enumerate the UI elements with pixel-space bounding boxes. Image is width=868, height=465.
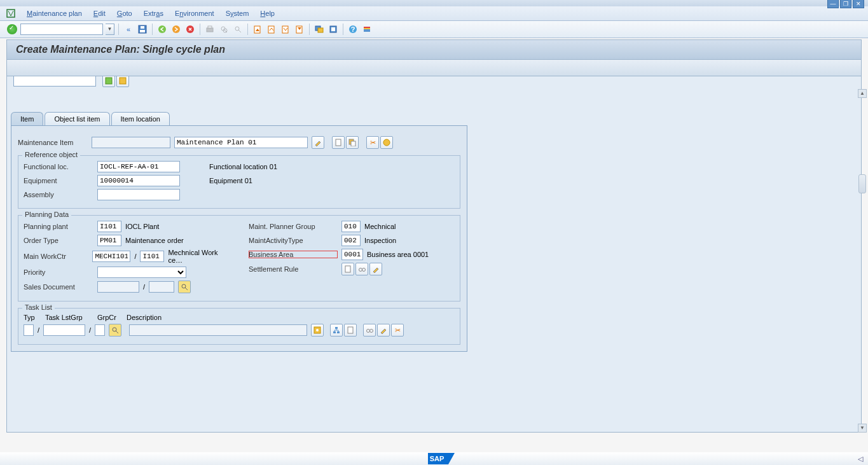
prev-page-icon[interactable] (266, 24, 277, 35)
func-loc-input[interactable] (97, 161, 180, 172)
exit-icon[interactable] (170, 24, 182, 35)
task-create-icon[interactable] (344, 324, 357, 337)
settlement-create-icon[interactable] (341, 263, 354, 275)
tab-item-location[interactable]: Item location (111, 112, 170, 125)
restore-button[interactable]: ❐ (840, 0, 851, 8)
minimize-button[interactable]: — (827, 0, 839, 8)
close-button[interactable]: ✕ (853, 0, 864, 8)
counter-input[interactable] (13, 76, 96, 87)
cancel-icon[interactable] (184, 24, 196, 35)
find-next-icon[interactable] (232, 24, 244, 35)
business-area-input[interactable] (341, 249, 363, 260)
last-page-icon[interactable] (294, 24, 305, 35)
settlement-glasses-icon[interactable] (355, 263, 368, 275)
task-desc-input[interactable] (129, 324, 307, 336)
svg-rect-42 (335, 327, 338, 329)
svg-rect-2 (140, 30, 145, 32)
tab-object-list-item[interactable]: Object list item (45, 112, 109, 125)
svg-point-50 (367, 330, 370, 333)
main-workctr-input[interactable] (92, 251, 130, 262)
task-btn1[interactable] (311, 324, 324, 337)
vertical-scrollbar[interactable]: ▲ ▼ (858, 89, 867, 445)
task-desc-label: Description (127, 314, 162, 321)
maintenance-item-input[interactable] (92, 137, 170, 148)
maint-item-create-icon[interactable] (332, 136, 345, 149)
task-grpcr-input[interactable] (95, 324, 105, 336)
menu-help[interactable]: Help (260, 10, 275, 17)
planner-group-desc: Mechnical (364, 223, 396, 230)
counter-btn1[interactable] (102, 76, 115, 87)
status-expand-icon[interactable]: ◁ (858, 455, 863, 463)
menu-maintenance-plan[interactable]: Maintenance plan (27, 10, 82, 17)
svg-point-37 (362, 268, 366, 272)
maint-item-other-icon[interactable] (380, 136, 393, 149)
task-grpcr-label: GrpCr (97, 314, 119, 321)
scroll-down-arrow[interactable]: ▼ (858, 424, 867, 433)
task-search-icon[interactable] (109, 324, 121, 337)
menu-environment[interactable]: Environment (175, 10, 214, 17)
main-workctr-label: Main WorkCtr (24, 253, 88, 260)
back-button[interactable]: « (123, 24, 134, 35)
main-workctr-plant-input[interactable] (140, 251, 164, 262)
print-icon[interactable] (204, 24, 216, 35)
scroll-thumb[interactable] (858, 174, 866, 193)
svg-rect-31 (351, 141, 355, 146)
priority-select[interactable] (97, 267, 186, 278)
planning-plant-label: Planning plant (24, 223, 93, 230)
sales-doc-input1[interactable] (97, 281, 139, 293)
maintenance-item-label: Maintenance Item (18, 139, 88, 146)
activity-type-desc: Inspection (364, 237, 396, 244)
save-button[interactable] (137, 24, 148, 35)
assembly-input[interactable] (97, 189, 180, 200)
task-lstgrp-input[interactable] (43, 324, 85, 336)
activity-type-input[interactable] (341, 235, 361, 246)
main-content: Item Object list item Item location Main… (6, 76, 862, 433)
task-hierarchy-icon[interactable] (330, 324, 343, 337)
maint-item-copy-icon[interactable] (346, 136, 359, 149)
sales-doc-search-icon[interactable] (178, 281, 191, 293)
svg-rect-17 (296, 26, 302, 33)
app-logo-icon (6, 9, 15, 18)
tab-item[interactable]: Item (11, 112, 43, 125)
find-icon[interactable] (218, 24, 230, 35)
generate-shortcut-icon[interactable] (327, 24, 339, 35)
planning-plant-input[interactable] (97, 221, 121, 232)
task-glasses-icon[interactable] (363, 324, 376, 337)
order-type-desc: Maintenance order (125, 237, 184, 244)
svg-text:SAP: SAP (429, 455, 444, 462)
task-cut-icon[interactable]: ✂ (391, 324, 404, 337)
menu-extras[interactable]: Extras (144, 10, 163, 17)
command-field[interactable] (20, 24, 103, 35)
order-type-input[interactable] (97, 235, 121, 246)
svg-rect-15 (268, 26, 274, 33)
counter-row (13, 76, 129, 87)
scroll-up-arrow[interactable]: ▲ (858, 89, 867, 98)
svg-rect-7 (207, 28, 213, 32)
maintenance-item-desc[interactable] (174, 137, 308, 148)
counter-btn2[interactable] (116, 76, 129, 87)
task-typ-input[interactable] (24, 324, 34, 336)
svg-point-36 (359, 268, 362, 272)
back-icon[interactable] (156, 24, 168, 35)
maint-item-edit-icon[interactable] (312, 136, 324, 149)
sales-doc-input2[interactable] (149, 281, 174, 293)
help-icon[interactable]: ? (347, 24, 359, 35)
planner-group-input[interactable] (341, 221, 361, 232)
next-page-icon[interactable] (280, 24, 291, 35)
reference-object-group: document.currentScript.parentElement.set… (18, 155, 460, 209)
menu-system[interactable]: System (226, 10, 249, 17)
business-area-label: Business Area (249, 251, 338, 258)
menu-goto[interactable]: Goto (117, 10, 132, 17)
enter-button[interactable] (6, 24, 18, 35)
equipment-input[interactable] (97, 175, 180, 186)
maint-item-cut-icon[interactable]: ✂ (366, 136, 379, 149)
menu-edit[interactable]: Edit (93, 10, 106, 17)
settlement-edit-icon[interactable] (369, 263, 382, 275)
customize-layout-icon[interactable] (361, 24, 373, 35)
first-page-icon[interactable] (252, 24, 263, 35)
business-area-desc: Business area 0001 (367, 251, 429, 258)
new-session-icon[interactable] (313, 24, 325, 35)
command-dropdown[interactable]: ▼ (106, 24, 114, 35)
func-loc-label: Functional loc. (24, 163, 93, 170)
task-edit-icon[interactable] (377, 324, 390, 337)
